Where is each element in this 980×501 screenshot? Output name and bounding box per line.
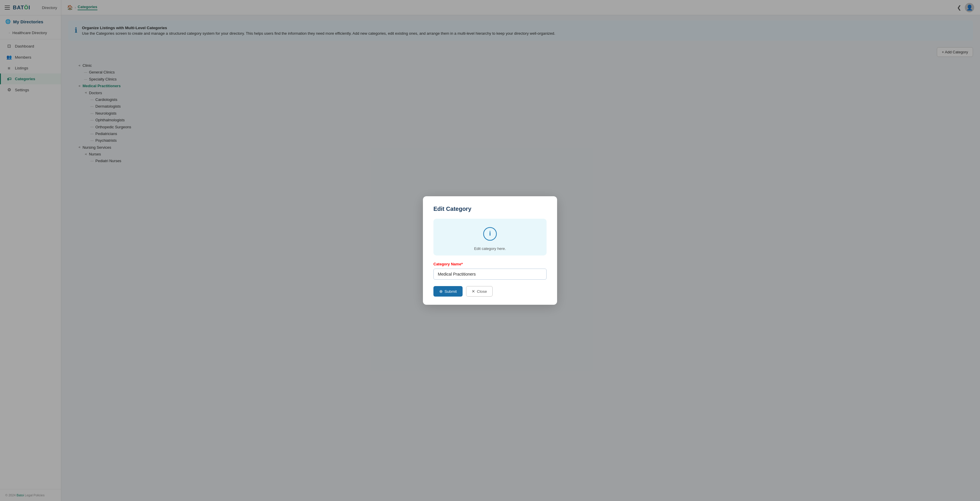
close-button[interactable]: ✕ Close [466, 286, 493, 297]
close-icon: ✕ [472, 289, 475, 294]
submit-icon: ⊕ [439, 289, 443, 294]
modal-actions: ⊕ Submit ✕ Close [433, 286, 547, 297]
modal-overlay: Edit Category i Edit category here. Cate… [0, 0, 980, 501]
modal-info-box: i Edit category here. [433, 219, 547, 256]
submit-label: Submit [444, 289, 457, 294]
modal-info-icon: i [483, 227, 497, 243]
edit-category-modal: Edit Category i Edit category here. Cate… [423, 196, 557, 305]
modal-category-name-label: Category Name* [433, 262, 547, 266]
modal-title: Edit Category [433, 205, 547, 212]
modal-info-desc: Edit category here. [474, 247, 506, 251]
close-label: Close [477, 289, 487, 294]
svg-text:i: i [489, 230, 491, 237]
category-name-input[interactable] [433, 269, 547, 280]
submit-button[interactable]: ⊕ Submit [433, 286, 463, 297]
